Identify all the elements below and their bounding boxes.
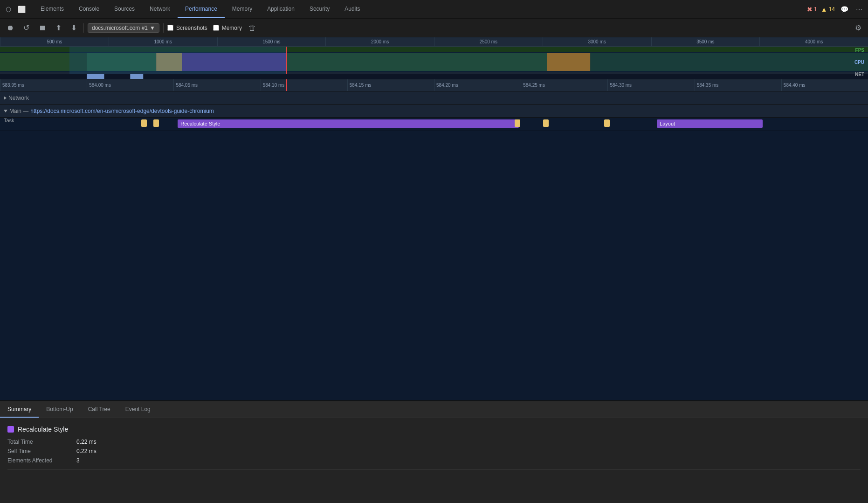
- devtools-icons: ⬡ ⬜: [4, 4, 28, 15]
- ruler-mark-6: 3500 ms: [651, 37, 760, 46]
- elements-affected-label: Elements Affected: [7, 457, 73, 464]
- ruler-mark-4: 2500 ms: [434, 37, 543, 46]
- top-nav: ⬡ ⬜ Elements Console Sources Network Per…: [0, 0, 868, 19]
- network-row[interactable]: Network: [0, 91, 868, 105]
- toolbar: ⏺ ↺ ⏹ ⬆ ⬇ docs.microsoft.com #1 ▼ Screen…: [0, 19, 868, 37]
- tab-elements[interactable]: Elements: [33, 0, 71, 18]
- net-label: NET: [855, 72, 864, 77]
- task-label: Task: [0, 118, 56, 130]
- detail-mark-3: 584.10 ms: [261, 79, 347, 91]
- ruler-mark-0: 500 ms: [0, 37, 109, 46]
- reload-button[interactable]: ↺: [21, 21, 32, 34]
- overview-chart: [0, 47, 868, 79]
- warn-icon: ▲: [821, 6, 827, 13]
- detail-ruler-marks: 583.95 ms 584.00 ms 584.05 ms 584.10 ms …: [0, 79, 868, 91]
- tab-application[interactable]: Application: [260, 0, 302, 18]
- svg-rect-13: [130, 74, 143, 79]
- tab-audits[interactable]: Audits: [337, 0, 367, 18]
- trash-button[interactable]: 🗑: [246, 22, 259, 34]
- elements-affected-value: 3: [76, 457, 80, 464]
- detail-mark-5: 584.20 ms: [434, 79, 521, 91]
- ruler-mark-5: 3000 ms: [543, 37, 651, 46]
- warn-count: 14: [829, 6, 835, 13]
- detail-mark-1: 584.00 ms: [87, 79, 173, 91]
- recalculate-style-label: Recalculate Style: [180, 121, 220, 126]
- network-label: Network: [8, 95, 29, 101]
- nav-right: ✖ 1 ▲ 14 💬 ⋯: [807, 4, 864, 15]
- stat-row-total: Total Time 0.22 ms: [7, 439, 861, 445]
- tab-event-log[interactable]: Event Log: [118, 401, 158, 418]
- stop-button[interactable]: ⏹: [36, 22, 49, 34]
- self-time-label: Self Time: [7, 448, 73, 454]
- total-time-label: Total Time: [7, 439, 73, 445]
- error-count: 1: [814, 6, 817, 13]
- recalculate-style-bar[interactable]: Recalculate Style: [178, 119, 519, 128]
- main-thread-header[interactable]: Main — https://docs.microsoft.com/en-us/…: [0, 105, 868, 118]
- task-content[interactable]: Recalculate Style Layout: [56, 118, 868, 130]
- feedback-icon[interactable]: 💬: [839, 4, 850, 15]
- svg-rect-12: [87, 74, 104, 79]
- network-expand-icon: [4, 96, 7, 100]
- record-button[interactable]: ⏺: [4, 22, 17, 34]
- memory-checkbox-label[interactable]: Memory: [213, 25, 242, 31]
- svg-rect-6: [286, 53, 547, 71]
- layout-bar[interactable]: Layout: [657, 119, 762, 128]
- tab-console[interactable]: Console: [71, 0, 107, 18]
- flame-empty-area[interactable]: [0, 131, 868, 426]
- main-label: Main —: [9, 108, 28, 114]
- error-badge[interactable]: ✖ 1: [807, 6, 817, 13]
- tab-sources[interactable]: Sources: [107, 0, 142, 18]
- summary-title: Recalculate Style: [7, 426, 861, 433]
- self-time-value: 0.22 ms: [76, 448, 96, 454]
- yellow-bar-1: [141, 119, 147, 127]
- ruler-mark-7: 4000 ms: [759, 37, 868, 46]
- cursor-icon[interactable]: ⬡: [4, 4, 13, 15]
- screenshots-checkbox[interactable]: [167, 25, 173, 31]
- bottom-panel: Summary Bottom-Up Call Tree Event Log Re…: [0, 400, 868, 503]
- download-button[interactable]: ⬇: [68, 21, 80, 34]
- overview-timeline: 500 ms 1000 ms 1500 ms 2000 ms 2500 ms 3…: [0, 37, 868, 79]
- profile-selector[interactable]: docs.microsoft.com #1 ▼: [88, 23, 159, 33]
- device-icon[interactable]: ⬜: [16, 4, 28, 15]
- detail-mark-8: 584.35 ms: [695, 79, 781, 91]
- total-time-value: 0.22 ms: [76, 439, 96, 445]
- summary-divider: [7, 469, 861, 470]
- svg-rect-7: [547, 53, 590, 71]
- upload-button[interactable]: ⬆: [53, 21, 64, 34]
- yellow-bar-5: [604, 119, 610, 127]
- main-thread-expand-icon: [4, 110, 7, 112]
- overview-content[interactable]: FPS CPU NET: [0, 47, 868, 79]
- fps-label: FPS: [855, 48, 864, 53]
- bottom-content: Recalculate Style Total Time 0.22 ms Sel…: [0, 418, 868, 477]
- tab-summary[interactable]: Summary: [0, 401, 39, 418]
- tab-performance[interactable]: Performance: [178, 0, 225, 18]
- detail-mark-2: 584.05 ms: [173, 79, 260, 91]
- detail-mark-7: 584.30 ms: [607, 79, 694, 91]
- yellow-bar-4: [543, 119, 549, 127]
- layout-label: Layout: [660, 121, 675, 126]
- warn-badge[interactable]: ▲ 14: [821, 6, 835, 13]
- tab-call-tree[interactable]: Call Tree: [81, 401, 118, 418]
- svg-rect-8: [590, 53, 868, 71]
- ruler-mark-1: 1000 ms: [109, 37, 217, 46]
- tab-security[interactable]: Security: [302, 0, 337, 18]
- dropdown-arrow: ▼: [150, 25, 155, 31]
- memory-checkbox[interactable]: [213, 25, 219, 31]
- separator: [83, 23, 84, 33]
- settings-button[interactable]: ⚙: [852, 21, 864, 34]
- tab-bottom-up[interactable]: Bottom-Up: [39, 401, 80, 418]
- nav-tabs: Elements Console Sources Network Perform…: [33, 0, 807, 18]
- bottom-tabs: Summary Bottom-Up Call Tree Event Log: [0, 401, 868, 418]
- more-icon[interactable]: ⋯: [854, 4, 864, 15]
- screenshots-checkbox-label[interactable]: Screenshots: [167, 25, 207, 31]
- main-url: https://docs.microsoft.com/en-us/microso…: [30, 108, 214, 114]
- cpu-label: CPU: [854, 60, 864, 65]
- tab-network[interactable]: Network: [142, 0, 178, 18]
- stat-row-elements: Elements Affected 3: [7, 457, 861, 464]
- overview-ruler: 500 ms 1000 ms 1500 ms 2000 ms 2500 ms 3…: [0, 37, 868, 47]
- profile-name: docs.microsoft.com #1: [92, 25, 148, 31]
- stat-row-self: Self Time 0.22 ms: [7, 448, 861, 454]
- cursor-line: [286, 79, 287, 91]
- tab-memory[interactable]: Memory: [225, 0, 260, 18]
- main-thread-label: Main — https://docs.microsoft.com/en-us/…: [4, 108, 214, 114]
